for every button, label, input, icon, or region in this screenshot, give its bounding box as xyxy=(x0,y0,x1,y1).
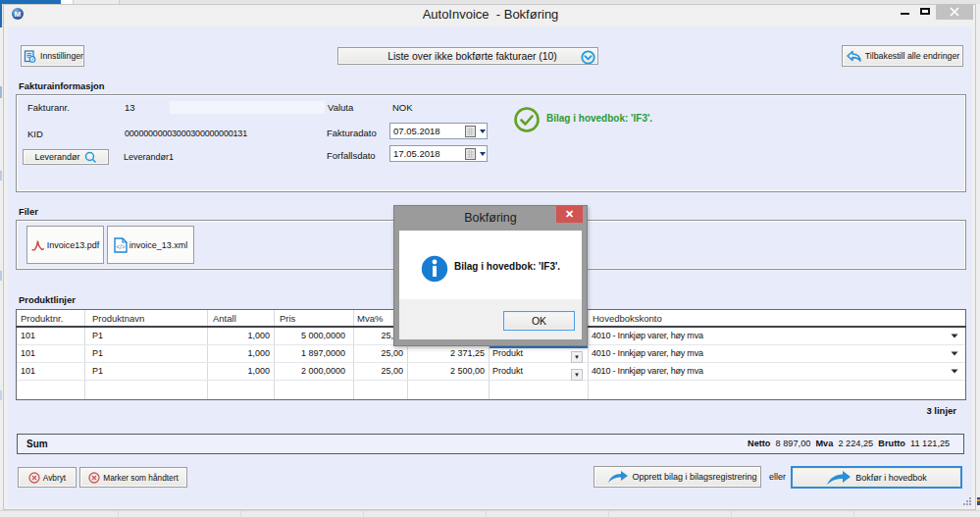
svg-text:</>: </> xyxy=(116,243,126,250)
